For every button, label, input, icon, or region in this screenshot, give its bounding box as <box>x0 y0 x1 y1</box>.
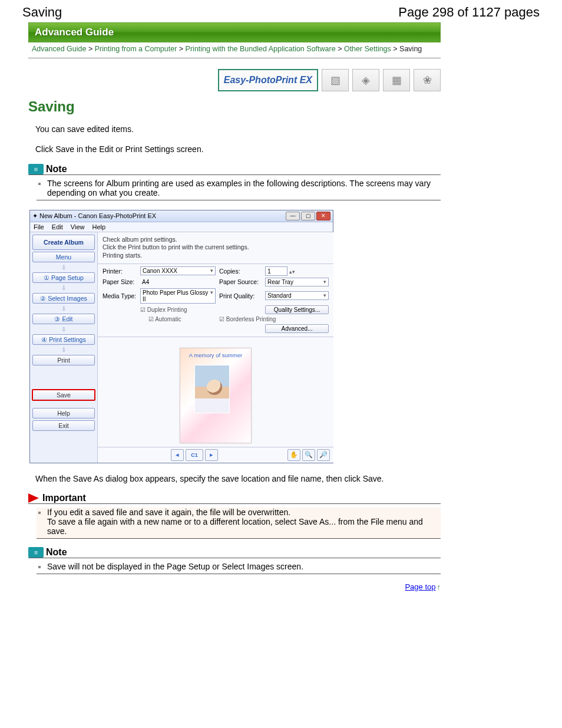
printer-select[interactable]: Canon XXXX <box>140 266 216 275</box>
important-item: If you edit a saved file and save it aga… <box>47 508 436 536</box>
duplex-checkbox[interactable]: ☑ Duplex Printing <box>140 307 216 313</box>
zoom-out-icon[interactable]: 🔎 <box>317 449 330 461</box>
note-label: Note <box>46 164 67 174</box>
intro-paragraph: Click Save in the Edit or Print Settings… <box>28 143 441 155</box>
down-arrow-icon: ⇩ <box>61 264 66 271</box>
album-page-preview: A memory of summer <box>180 348 252 443</box>
side-menu-button[interactable]: Menu <box>32 252 95 262</box>
breadcrumb-sep: > <box>88 45 95 53</box>
doc-page-counter: Page 298 of 1127 pages <box>398 5 540 20</box>
automatic-checkbox[interactable]: ☑ Automatic <box>140 316 216 322</box>
down-arrow-icon: ⇩ <box>61 347 66 353</box>
prev-page-button[interactable]: ◂ <box>171 449 184 461</box>
side-step-print-settings[interactable]: ④ Print Settings <box>32 334 95 345</box>
label-copies: Copies: <box>219 268 262 275</box>
down-arrow-icon: ⇩ <box>61 305 66 312</box>
thumb-icon: ◈ <box>352 69 379 91</box>
copies-input[interactable]: 1 <box>265 266 287 276</box>
note-label: Note <box>46 547 67 558</box>
easy-photoprint-badge: Easy-PhotoPrint EX <box>218 69 318 91</box>
after-shot-paragraph: When the Save As dialog box appears, spe… <box>28 473 441 485</box>
hand-tool-icon[interactable]: ✋ <box>287 449 300 461</box>
note-item: Save will not be displayed in the Page S… <box>47 562 436 571</box>
label-paper-source: Paper Source: <box>219 278 262 285</box>
page-indicator: C1 <box>186 449 203 461</box>
note-icon: ≡ <box>28 164 44 174</box>
breadcrumb-sep: > <box>338 45 344 53</box>
borderless-checkbox[interactable]: ☑ Borderless Printing <box>219 316 329 322</box>
album-caption: A memory of summer <box>180 348 251 358</box>
note-item: The screens for Album printing are used … <box>47 179 436 197</box>
album-photo <box>194 365 230 413</box>
breadcrumb-link[interactable]: Advanced Guide <box>32 45 86 53</box>
side-save-button[interactable]: Save <box>32 389 95 401</box>
minimize-button[interactable]: — <box>286 212 300 220</box>
zoom-in-icon[interactable]: 🔍 <box>302 449 315 461</box>
breadcrumb-link[interactable]: Other Settings <box>344 45 391 53</box>
quality-settings-button[interactable]: Quality Settings... <box>265 305 329 314</box>
breadcrumb: Advanced Guide > Printing from a Compute… <box>28 42 441 58</box>
menu-view[interactable]: View <box>71 223 85 230</box>
side-print-button[interactable]: Print <box>32 355 95 365</box>
note-icon: ≡ <box>28 547 44 558</box>
breadcrumb-sep: > <box>179 45 186 53</box>
side-step-page-setup[interactable]: ① Page Setup <box>32 272 95 283</box>
doc-title-left: Saving <box>22 5 62 20</box>
advanced-button[interactable]: Advanced... <box>265 324 329 333</box>
breadcrumb-sep: > <box>393 45 399 53</box>
label-media-type: Media Type: <box>103 292 137 299</box>
up-arrow-icon: ↑ <box>437 582 441 591</box>
label-printer: Printer: <box>103 268 137 275</box>
thumb-icon: ▧ <box>322 69 349 91</box>
down-arrow-icon: ⇩ <box>61 285 66 291</box>
breadcrumb-link[interactable]: Printing from a Computer <box>95 45 177 53</box>
paper-size-value: A4 <box>140 279 216 285</box>
thumb-icon: ▦ <box>383 69 410 91</box>
menu-file[interactable]: File <box>34 223 44 230</box>
side-step-edit[interactable]: ③ Edit <box>32 314 95 324</box>
maximize-button[interactable]: ▢ <box>301 212 315 220</box>
breadcrumb-link[interactable]: Printing with the Bundled Application So… <box>186 45 336 53</box>
breadcrumb-current: Saving <box>399 45 422 53</box>
label-paper-size: Paper Size: <box>103 278 137 285</box>
guide-header: Advanced Guide <box>28 22 441 42</box>
paper-source-select[interactable]: Rear Tray <box>265 278 329 286</box>
app-screenshot: ✦ New Album - Canon Easy-PhotoPrint EX —… <box>29 210 333 463</box>
important-heading: Important <box>28 493 441 504</box>
label-print-quality: Print Quality: <box>219 292 262 299</box>
media-type-select[interactable]: Photo Paper Plus Glossy II <box>140 288 216 304</box>
next-page-button[interactable]: ▸ <box>205 449 218 461</box>
side-create-album: Create Album <box>32 235 95 250</box>
app-window-title: ✦ New Album - Canon Easy-PhotoPrint EX <box>32 212 156 220</box>
app-menubar: File Edit View Help <box>30 222 333 232</box>
app-instruction-text: Check album print settings. Click the Pr… <box>98 232 333 264</box>
page-top-link[interactable]: Page top <box>405 582 435 591</box>
intro-paragraph: You can save edited items. <box>28 123 441 135</box>
side-help-button[interactable]: Help <box>32 408 95 419</box>
important-label: Important <box>42 493 86 503</box>
close-button[interactable]: ✕ <box>316 212 330 220</box>
print-quality-select[interactable]: Standard <box>265 291 329 300</box>
note-heading: ≡ Note <box>28 547 441 558</box>
important-flag-icon <box>28 493 39 503</box>
note-heading: ≡ Note <box>28 164 441 175</box>
menu-help[interactable]: Help <box>92 223 106 230</box>
menu-edit[interactable]: Edit <box>52 223 63 230</box>
side-exit-button[interactable]: Exit <box>32 420 95 431</box>
thumb-icon: ❀ <box>414 69 441 91</box>
page-title: Saving <box>28 98 441 115</box>
side-step-select-images[interactable]: ② Select Images <box>32 293 95 304</box>
down-arrow-icon: ⇩ <box>61 326 66 332</box>
